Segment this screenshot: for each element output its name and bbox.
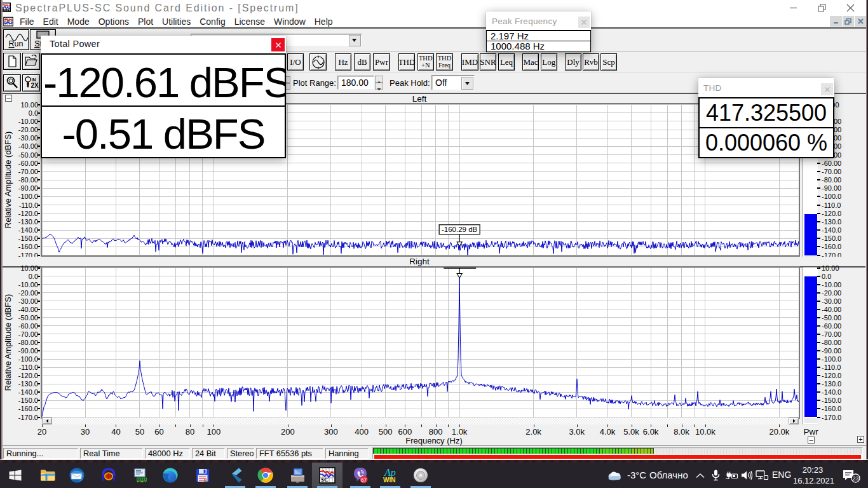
expand-button[interactable]: +	[857, 436, 864, 443]
total-power-close-button[interactable]	[271, 38, 285, 51]
zoom-button[interactable]	[3, 74, 21, 92]
measure-pwr-button[interactable]: Pwr	[373, 53, 390, 71]
status-cell-6: Hanning	[325, 448, 369, 459]
x-axis-title: Frequency (Hz)	[370, 436, 498, 445]
measure-leq-button[interactable]: Leq	[498, 53, 515, 71]
run-button[interactable]: Run	[3, 29, 29, 50]
taskbar-blue-chevron-button[interactable]	[220, 463, 250, 488]
total-power-value-0: -120.61 dBFS	[41, 55, 286, 105]
tray-network-icon[interactable]	[756, 470, 769, 480]
mdi-restore-button[interactable]	[843, 16, 855, 27]
measure-thd-button[interactable]: THD	[398, 53, 415, 71]
measure-snr-button[interactable]: SNR	[480, 53, 496, 71]
measure-log-button[interactable]: Log	[541, 53, 558, 71]
menu-edit[interactable]: Edit	[39, 16, 63, 27]
thd-close-button[interactable]	[821, 83, 833, 95]
meter-label: -80.00	[822, 339, 850, 346]
menu-utilities[interactable]: Utilities	[158, 16, 195, 27]
peak-frequency-title: Peak Frequency	[492, 17, 557, 26]
menu-mode[interactable]: Mode	[63, 16, 94, 27]
hscroll-right-button[interactable]	[789, 417, 799, 424]
taskbar-spectraplus-sc-button[interactable]: SC	[312, 463, 342, 488]
peak-frequency-titlebar[interactable]: Peak Frequency	[486, 11, 591, 30]
mdi-close-button[interactable]	[855, 16, 867, 27]
measure-scp-button[interactable]: Scp	[600, 53, 617, 71]
measure-thdfreq-button[interactable]: THDFreq	[436, 53, 453, 71]
ytick-mark	[37, 358, 40, 360]
weather-desc[interactable]: Облачно	[649, 470, 688, 480]
open-file-button[interactable]	[22, 53, 40, 70]
taskbar-start-button[interactable]	[0, 463, 31, 488]
thd-titlebar[interactable]: THD	[698, 78, 834, 97]
taskbar-sysinfo-button[interactable]	[125, 463, 156, 488]
measure-imd-button[interactable]: IMD	[461, 53, 478, 71]
menu-file[interactable]: File	[15, 16, 39, 27]
menu-window[interactable]: Window	[269, 16, 310, 27]
tray-microphone-icon[interactable]	[711, 469, 721, 482]
collapse-meter-button[interactable]: –	[808, 437, 815, 444]
peak-hold-select[interactable]: Off	[431, 75, 475, 90]
taskbar-edge-button[interactable]	[155, 463, 186, 488]
measure-mac-button[interactable]: Mac	[522, 53, 539, 71]
generator-button[interactable]	[309, 53, 327, 71]
menu-help[interactable]: Help	[310, 16, 337, 27]
status-cell-1: Real Time	[80, 448, 143, 459]
taskbar-computer-tools-button[interactable]	[282, 463, 313, 488]
measure-hz-button[interactable]: Hz	[335, 53, 351, 71]
hscroll-left-button[interactable]	[42, 417, 52, 424]
combo-arrow-icon[interactable]	[349, 35, 361, 46]
measure-dly-button[interactable]: Dly	[565, 53, 581, 71]
ytick-label: 0.0	[14, 273, 38, 280]
new-file-button[interactable]	[3, 53, 21, 70]
measure-thd+n-button[interactable]: THD+N	[417, 53, 435, 71]
restore-button[interactable]	[808, 0, 836, 16]
collapse-left-plot-button[interactable]: –	[5, 95, 12, 102]
ytick-mark	[37, 121, 40, 122]
weather-icon[interactable]	[606, 470, 623, 481]
weather-temp[interactable]: -3°C	[627, 470, 646, 480]
taskbar-floppy-save-button[interactable]: 51	[187, 463, 218, 488]
minimize-button[interactable]	[779, 0, 807, 16]
notification-center-icon[interactable]: 23	[841, 469, 862, 483]
peak-hold-arrow-icon[interactable]	[461, 77, 473, 90]
total-power-window[interactable]: Total Power-120.61 dBFS-0.51 dBFS	[41, 36, 286, 158]
measure-rvb-button[interactable]: Rvb	[583, 53, 599, 71]
menu-config[interactable]: Config	[195, 16, 229, 27]
taskbar-thunderbird-button[interactable]	[62, 463, 92, 488]
measure-io-button[interactable]: I/O	[287, 53, 304, 71]
taskbar-file-explorer-button[interactable]	[32, 463, 63, 488]
menu-options[interactable]: Options	[94, 16, 133, 27]
peak-frequency-window[interactable]: Peak Frequency2.197 Hz1000.488 Hz	[486, 11, 591, 52]
tray-date[interactable]: 16.12.2021	[793, 476, 832, 485]
meter-tick	[817, 417, 820, 418]
zoom-in-2x-button[interactable]: IN2X	[22, 74, 40, 92]
taskbar-speaker-app-button[interactable]	[405, 463, 436, 488]
close-button[interactable]	[836, 0, 864, 16]
thd-window[interactable]: THD417.3255000.000060 %	[698, 78, 834, 158]
tray-power-icon[interactable]	[724, 470, 738, 480]
spectrum-plot-right[interactable]	[41, 266, 800, 419]
ytick-label: -30.00	[14, 297, 38, 305]
total-power-titlebar[interactable]: Total Power	[41, 36, 286, 53]
menu-plot[interactable]: Plot	[133, 16, 158, 27]
plot-range-spinner[interactable]	[375, 76, 383, 90]
tray-time[interactable]: 20:23	[793, 465, 832, 475]
taskbar-viber-button[interactable]: 67	[345, 463, 376, 488]
plot-range-input[interactable]: 180.00	[337, 76, 374, 90]
taskbar-audacity-button[interactable]	[93, 463, 124, 488]
meter-label: -110.0	[822, 363, 850, 371]
mdi-minimize-button[interactable]	[830, 16, 842, 27]
meter-tick	[817, 317, 820, 318]
taskbar-apwin-button[interactable]: Ap WIN	[375, 463, 405, 488]
tray-volume-icon[interactable]	[740, 470, 753, 481]
taskbar-chrome-button[interactable]	[250, 463, 281, 488]
measure-db-button[interactable]: dB	[354, 53, 370, 71]
ytick-mark	[37, 255, 40, 256]
title-bar[interactable]: SpectraPLUS-SC Sound Card Edition - [Spe…	[0, 0, 868, 16]
peak-frequency-close-button[interactable]	[578, 17, 590, 28]
ytick-mark	[37, 213, 40, 214]
plot-hscrollbar[interactable]	[42, 417, 799, 424]
menu-license[interactable]: License	[230, 16, 269, 27]
tray-language[interactable]: ENG	[772, 470, 791, 480]
tray-expand-icon[interactable]	[695, 471, 707, 480]
